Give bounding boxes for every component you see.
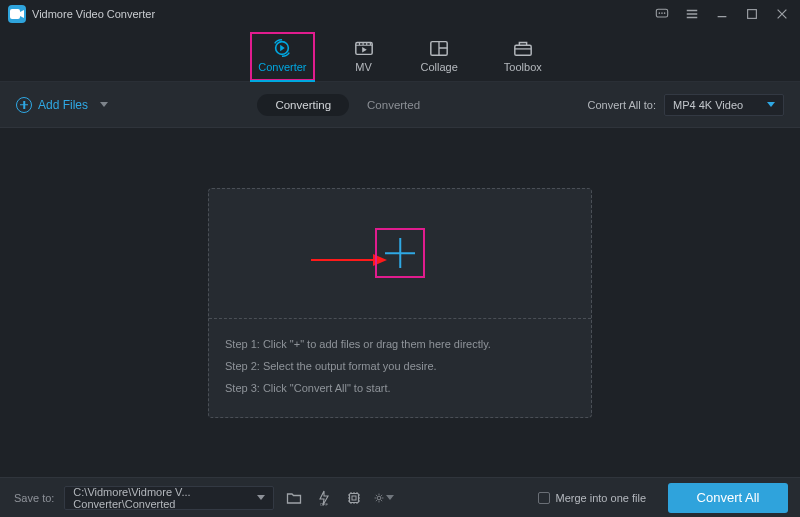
segment-converted[interactable]: Converted bbox=[349, 94, 438, 116]
svg-point-3 bbox=[661, 12, 663, 14]
feedback-button[interactable] bbox=[654, 6, 670, 22]
tab-label: Toolbox bbox=[504, 61, 542, 73]
add-files-label: Add Files bbox=[38, 98, 88, 112]
convert-all-to-label: Convert All to: bbox=[588, 99, 656, 111]
save-path-dropdown[interactable]: C:\Vidmore\Vidmore V... Converter\Conver… bbox=[64, 486, 274, 510]
annotation-arrow bbox=[311, 253, 381, 255]
checkbox-box bbox=[538, 492, 550, 504]
convert-all-button[interactable]: Convert All bbox=[668, 483, 788, 513]
maximize-icon bbox=[745, 7, 759, 21]
app-logo-icon bbox=[8, 5, 26, 23]
close-icon bbox=[775, 7, 789, 21]
tab-toolbox[interactable]: Toolbox bbox=[502, 34, 544, 77]
save-path-value: C:\Vidmore\Vidmore V... Converter\Conver… bbox=[73, 486, 251, 510]
step-line: Step 1: Click "+" to add files or drag t… bbox=[225, 333, 575, 355]
tab-converter[interactable]: Converter bbox=[256, 34, 308, 77]
svg-point-15 bbox=[377, 496, 381, 500]
workspace: Step 1: Click "+" to add files or drag t… bbox=[0, 128, 800, 477]
svg-rect-0 bbox=[10, 9, 20, 19]
svg-rect-9 bbox=[515, 45, 531, 55]
svg-rect-14 bbox=[352, 496, 356, 500]
nav-tabs: Converter MV Collage To bbox=[256, 34, 544, 81]
chevron-down-icon bbox=[767, 102, 775, 107]
save-to-label: Save to: bbox=[14, 492, 54, 504]
bottom-bar: Save to: C:\Vidmore\Vidmore V... Convert… bbox=[0, 477, 800, 517]
chevron-down-icon bbox=[257, 495, 265, 500]
chip-icon bbox=[346, 490, 362, 506]
toolbox-icon bbox=[512, 38, 534, 58]
tab-label: Collage bbox=[421, 61, 458, 73]
app-logo bbox=[8, 5, 26, 23]
segment-label: Converted bbox=[367, 99, 420, 111]
status-segmented: Converting Converted bbox=[257, 94, 438, 116]
close-button[interactable] bbox=[774, 6, 790, 22]
dropdown-value: MP4 4K Video bbox=[673, 99, 743, 111]
lightning-off-icon: OFF bbox=[316, 490, 332, 506]
step-line: Step 2: Select the output format you des… bbox=[225, 355, 575, 377]
svg-rect-5 bbox=[748, 10, 757, 19]
segment-label: Converting bbox=[275, 99, 331, 111]
maximize-button[interactable] bbox=[744, 6, 760, 22]
drop-zone[interactable]: Step 1: Click "+" to add files or drag t… bbox=[208, 188, 592, 418]
gear-icon bbox=[374, 490, 384, 506]
button-label: Convert All bbox=[697, 490, 760, 505]
svg-point-4 bbox=[664, 12, 666, 14]
merge-label: Merge into one file bbox=[556, 492, 647, 504]
converter-icon bbox=[271, 38, 293, 58]
toolbar: Add Files Converting Converted Convert A… bbox=[0, 82, 800, 128]
instruction-steps: Step 1: Click "+" to add files or drag t… bbox=[209, 319, 591, 417]
chevron-down-icon bbox=[386, 495, 394, 500]
step-line: Step 3: Click "Convert All" to start. bbox=[225, 377, 575, 399]
merge-checkbox[interactable]: Merge into one file bbox=[538, 492, 647, 504]
open-folder-button[interactable] bbox=[284, 488, 304, 508]
hamburger-icon bbox=[685, 7, 699, 21]
main-nav: Converter MV Collage To bbox=[0, 28, 800, 82]
add-files-button[interactable]: Add Files bbox=[16, 97, 108, 113]
settings-button[interactable] bbox=[374, 488, 394, 508]
drop-zone-upper bbox=[209, 189, 591, 319]
tab-collage[interactable]: Collage bbox=[419, 34, 460, 77]
chevron-down-icon bbox=[100, 102, 108, 107]
collage-icon bbox=[428, 38, 450, 58]
chat-ellipsis-icon bbox=[655, 7, 669, 21]
segment-converting[interactable]: Converting bbox=[257, 94, 349, 116]
folder-icon bbox=[286, 490, 302, 506]
minimize-icon bbox=[715, 7, 729, 21]
tab-label: Converter bbox=[258, 61, 306, 73]
svg-point-2 bbox=[659, 12, 661, 14]
mv-icon bbox=[353, 38, 375, 58]
svg-text:OFF: OFF bbox=[320, 502, 329, 506]
tab-mv[interactable]: MV bbox=[351, 34, 377, 77]
plus-circle-icon bbox=[16, 97, 32, 113]
minimize-button[interactable] bbox=[714, 6, 730, 22]
titlebar: Vidmore Video Converter bbox=[0, 0, 800, 28]
hardware-accel-button[interactable]: OFF bbox=[314, 488, 334, 508]
menu-button[interactable] bbox=[684, 6, 700, 22]
app-title: Vidmore Video Converter bbox=[32, 8, 155, 20]
convert-all-format-dropdown[interactable]: MP4 4K Video bbox=[664, 94, 784, 116]
add-files-plus-button[interactable] bbox=[375, 228, 425, 278]
svg-rect-13 bbox=[350, 493, 359, 502]
high-speed-button[interactable] bbox=[344, 488, 364, 508]
tab-label: MV bbox=[355, 61, 372, 73]
